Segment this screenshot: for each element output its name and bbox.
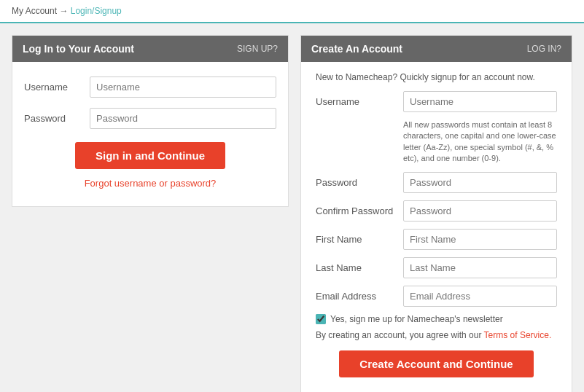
password-hint: All new passwords must contain at least … [403, 119, 557, 165]
login-body: Username Password Sign in and Continue F… [12, 62, 288, 206]
register-header-title: Create An Account [311, 43, 402, 55]
reg-password-label: Password [316, 177, 403, 188]
create-account-button[interactable]: Create Account and Continue [339, 350, 533, 377]
password-input[interactable] [90, 108, 276, 129]
breadcrumb-home: My Account [12, 6, 57, 16]
reg-email-row: Email Address [316, 286, 557, 307]
breadcrumb-arrow: → [59, 6, 68, 16]
reg-lastname-row: Last Name [316, 257, 557, 278]
newsletter-checkbox[interactable] [316, 314, 326, 324]
reg-username-row: Username [316, 91, 557, 112]
reg-lastname-input[interactable] [403, 257, 557, 278]
password-label: Password [24, 113, 90, 124]
tos-before: By creating an account, you agree with o… [316, 330, 484, 340]
register-panel-header: Create An Account LOG IN? [301, 36, 572, 62]
reg-username-label: Username [316, 96, 403, 107]
username-row: Username [24, 77, 276, 98]
username-input[interactable] [90, 77, 276, 98]
reg-username-input[interactable] [403, 91, 557, 112]
login-panel-header: Log In to Your Account SIGN UP? [12, 36, 288, 62]
newsletter-label: Yes, sign me up for Namecheap's newslett… [330, 314, 503, 324]
login-header-title: Log In to Your Account [23, 43, 134, 55]
reg-firstname-input[interactable] [403, 229, 557, 250]
breadcrumb-current[interactable]: Login/Signup [71, 6, 122, 16]
forgot-link[interactable]: Forgot username or password? [24, 178, 276, 189]
login-link[interactable]: LOG IN? [527, 44, 561, 54]
reg-password-input[interactable] [403, 172, 557, 193]
newsletter-row: Yes, sign me up for Namecheap's newslett… [316, 314, 557, 324]
breadcrumb: My Account → Login/Signup [0, 0, 584, 23]
page-content: Log In to Your Account SIGN UP? Username… [0, 23, 584, 392]
reg-password-row: Password [316, 172, 557, 193]
register-intro: New to Namecheap? Quickly signup for an … [316, 72, 557, 82]
register-panel: Create An Account LOG IN? New to Nameche… [300, 35, 572, 392]
tos-text: By creating an account, you agree with o… [316, 330, 557, 340]
password-row: Password [24, 108, 276, 129]
tos-link[interactable]: Terms of Service. [484, 330, 552, 340]
reg-confirm-row: Confirm Password [316, 200, 557, 222]
reg-email-label: Email Address [316, 291, 403, 302]
login-panel: Log In to Your Account SIGN UP? Username… [12, 35, 289, 207]
reg-confirm-label: Confirm Password [316, 205, 403, 216]
reg-confirm-input[interactable] [403, 200, 557, 222]
register-body: New to Namecheap? Quickly signup for an … [301, 62, 572, 392]
reg-firstname-label: First Name [316, 234, 403, 245]
username-label: Username [24, 82, 90, 93]
signup-link[interactable]: SIGN UP? [237, 44, 278, 54]
sign-in-button[interactable]: Sign in and Continue [75, 142, 225, 169]
reg-firstname-row: First Name [316, 229, 557, 250]
reg-lastname-label: Last Name [316, 262, 403, 273]
reg-email-input[interactable] [403, 286, 557, 307]
